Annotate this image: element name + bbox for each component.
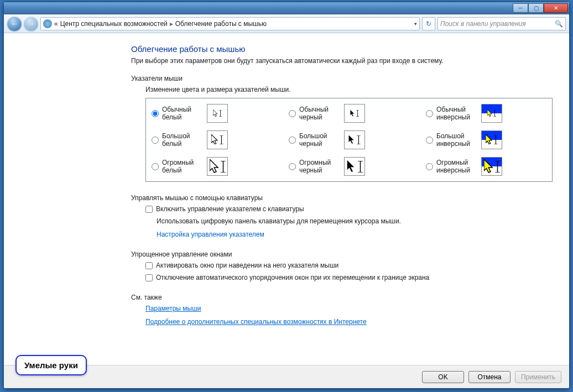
- cancel-button[interactable]: Отмена: [468, 371, 511, 383]
- pointer-radio[interactable]: [152, 163, 159, 170]
- mouse-settings-link[interactable]: Параметры мыши: [145, 305, 553, 312]
- close-button[interactable]: ✕: [544, 3, 568, 13]
- enable-keyboard-pointer-checkbox[interactable]: [145, 206, 153, 213]
- pointer-label: Обычныйинверсный: [436, 106, 478, 122]
- section-pointers: Указатели мыши: [131, 75, 553, 82]
- watermark-badge: Умелые руки: [15, 355, 87, 375]
- page-subtitle: При выборе этих параметров они будут зап…: [131, 57, 553, 65]
- chevron-right-icon: ▸: [170, 20, 173, 28]
- pointer-preview: [344, 104, 365, 123]
- dialog-window: ─ ▢ ✕ ← → « Центр специальных возможност…: [3, 2, 570, 389]
- pointer-radio[interactable]: [289, 163, 296, 170]
- forward-button[interactable]: →: [24, 17, 38, 31]
- pointer-radio[interactable]: [426, 137, 433, 144]
- pointer-radio[interactable]: [289, 110, 296, 117]
- pointer-radio[interactable]: [426, 163, 433, 170]
- back-button[interactable]: ←: [7, 17, 22, 31]
- pointer-preview: [207, 157, 228, 176]
- pointer-label: Обычныйбелый: [162, 106, 204, 122]
- pointer-option[interactable]: Огромныйинверсный: [426, 157, 546, 176]
- pointer-preview: [207, 104, 228, 123]
- pointer-label: Большойинверсный: [436, 132, 478, 148]
- breadcrumb-prefix: «: [54, 20, 58, 28]
- minimize-button[interactable]: ─: [513, 3, 528, 13]
- dialog-footer: OK Отмена Применить: [4, 365, 569, 388]
- page-title: Облегчение работы с мышью: [131, 44, 553, 54]
- pointer-label: Огромныйчерный: [299, 159, 341, 175]
- checkbox-label: Включить управление указателем с клавиат…: [156, 205, 304, 213]
- ok-button[interactable]: OK: [422, 371, 464, 383]
- pointer-preview: [481, 104, 502, 123]
- pointer-preview: [481, 157, 502, 176]
- section-windows: Упрощенное управление окнами: [131, 250, 553, 258]
- pointer-label: Огромныйбелый: [162, 159, 204, 175]
- disable-snap-checkbox[interactable]: [145, 274, 153, 281]
- pointer-preview: [344, 130, 365, 149]
- pointer-radio[interactable]: [152, 110, 159, 117]
- search-icon: 🔍: [555, 20, 563, 28]
- refresh-button[interactable]: ↻: [422, 17, 435, 30]
- pointer-preview: [344, 157, 365, 176]
- pointer-radio[interactable]: [152, 137, 159, 144]
- section-keyboard: Управлять мышью с помощью клавиатуры: [131, 194, 553, 202]
- keyboard-desc: Использовать цифровую панель клавиатуры …: [157, 217, 553, 225]
- breadcrumb-item[interactable]: Центр специальных возможностей: [60, 20, 168, 28]
- apply-button[interactable]: Применить: [515, 371, 561, 383]
- pointer-option[interactable]: Обычныйбелый: [152, 104, 272, 123]
- checkbox-label: Отключение автоматического упорядочения …: [156, 274, 429, 281]
- pointer-settings-link[interactable]: Настройка управления указателем: [157, 231, 553, 238]
- pointer-radio[interactable]: [289, 137, 296, 144]
- pointer-label: Обычныйчерный: [299, 106, 341, 122]
- pointer-option[interactable]: Огромныйчерный: [289, 157, 409, 176]
- navbar: ← → « Центр специальных возможностей ▸ О…: [4, 14, 569, 33]
- control-panel-icon: [43, 19, 52, 28]
- section-seealso: См. также: [131, 294, 553, 301]
- checkbox-label: Активировать окно при наведении на него …: [156, 262, 338, 269]
- pointer-radio[interactable]: [426, 110, 433, 117]
- search-input[interactable]: Поиск в панели управления 🔍: [437, 17, 566, 30]
- breadcrumb-item[interactable]: Облегчение работы с мышью: [175, 20, 267, 28]
- pointer-option[interactable]: Большойбелый: [152, 130, 272, 149]
- breadcrumb[interactable]: « Центр специальных возможностей ▸ Облег…: [40, 17, 420, 30]
- more-accessibility-link[interactable]: Подробнее о дополнительных специальных в…: [145, 318, 553, 326]
- pointer-label: Огромныйинверсный: [436, 159, 478, 175]
- pointer-preview: [207, 130, 228, 149]
- titlebar: ─ ▢ ✕: [4, 2, 569, 14]
- pointers-intro: Изменение цвета и размера указателей мыш…: [145, 86, 553, 93]
- pointer-option[interactable]: Обычныйчерный: [289, 104, 409, 123]
- pointer-option[interactable]: Огромныйбелый: [152, 157, 272, 176]
- pointer-label: Большойбелый: [162, 132, 204, 148]
- maximize-button[interactable]: ▢: [528, 3, 544, 13]
- activate-on-hover-checkbox[interactable]: [145, 262, 153, 269]
- pointer-label: Большойчерный: [299, 132, 341, 148]
- pointer-option[interactable]: Обычныйинверсный: [426, 104, 546, 123]
- pointer-option[interactable]: Большойчерный: [289, 130, 409, 149]
- pointer-grid: Обычныйбелый Обычныйчерный Обычныйинверс…: [145, 98, 553, 182]
- dropdown-icon[interactable]: ▾: [414, 21, 417, 27]
- search-placeholder: Поиск в панели управления: [440, 20, 526, 28]
- pointer-preview: [481, 130, 502, 149]
- pointer-option[interactable]: Большойинверсный: [426, 130, 546, 149]
- content-area: Облегчение работы с мышью При выборе эти…: [4, 33, 569, 365]
